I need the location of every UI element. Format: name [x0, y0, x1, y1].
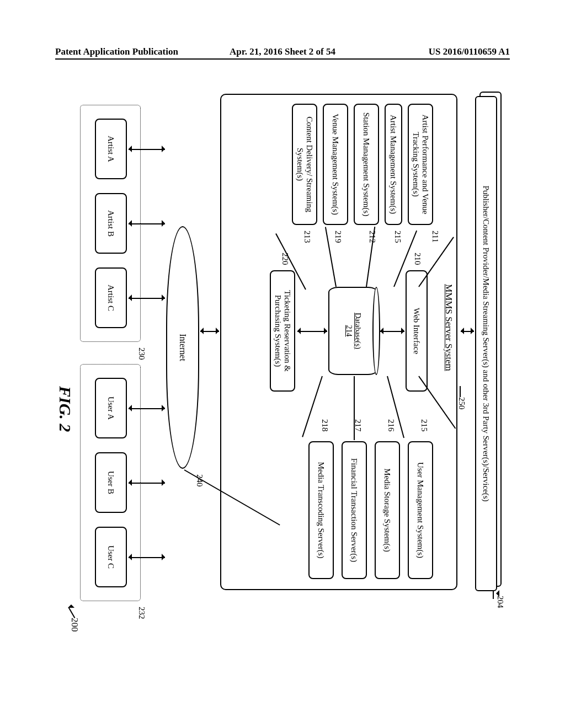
ref-219: 219 — [333, 231, 343, 243]
media-transcode-text: Media Transcoding Server(s) — [317, 462, 326, 559]
artist-b-box: Artist B — [95, 193, 127, 254]
fin-trans-text: Financial Transaction Server(s) — [350, 458, 359, 562]
ref-215: 215 — [419, 419, 429, 432]
artist-c-box: Artist C — [95, 267, 127, 328]
user-b-text: User B — [106, 471, 116, 494]
database-ref: 214 — [344, 288, 353, 374]
mmms-title: MMMS Server System — [443, 284, 454, 371]
artist-b-text: Artist B — [106, 210, 116, 237]
fan-r3 — [354, 376, 355, 440]
artist-c-text: Artist C — [106, 285, 116, 311]
ref-232: 232 — [137, 607, 146, 619]
leader-200-arrow — [68, 601, 74, 608]
internet-cloud: Internet — [166, 226, 199, 469]
fin-trans-box: Financial Transaction Server(s) — [342, 441, 367, 579]
conn-aC — [129, 298, 165, 299]
artist-a-text: Artist A — [106, 136, 116, 162]
ref-218: 218 — [320, 419, 329, 432]
conn-uA-up — [162, 405, 168, 411]
conn-aC-dn — [125, 295, 132, 301]
ref-200: 200 — [69, 618, 80, 632]
conn-pub-mmms-up — [471, 328, 477, 334]
user-mgmt-text: User Management System(s) — [416, 462, 425, 558]
artist-mgmt-box: Artist Management System(s) — [385, 104, 402, 225]
ref-216: 216 — [386, 419, 396, 432]
publishers-box: Publisher/Content Provider/Media Streami… — [475, 96, 497, 591]
conn-uC-up — [162, 554, 168, 560]
database-cyl: Database(s) 214 — [328, 287, 378, 375]
artist-perf-box: Artist Performance and Venue Tracking Sy… — [408, 104, 433, 225]
conn-uB — [129, 483, 165, 484]
ref-230: 230 — [137, 347, 146, 360]
conn-db-tkt-dn — [294, 328, 301, 334]
media-transcode-box: Media Transcoding Server(s) — [308, 441, 334, 579]
leader-200 — [68, 607, 76, 618]
user-a-text: User A — [106, 397, 116, 420]
user-mgmt-box: User Management System(s) — [408, 441, 433, 579]
ticketing-box: Ticketing Reservation & Purchasing Syste… — [270, 270, 295, 392]
user-a-box: User A — [95, 378, 127, 438]
figure-caption: FIG. 2 — [56, 386, 74, 432]
user-c-box: User C — [95, 527, 127, 587]
station-mgmt-text: Station Management System(s) — [362, 113, 371, 216]
page-header: Patent Application Publication Apr. 21, … — [55, 45, 510, 60]
conn-web-db-dn — [377, 328, 383, 334]
ref-215b: 215 — [393, 231, 402, 243]
conn-db-tkt-up — [324, 328, 331, 334]
conn-aB-up — [162, 220, 168, 227]
web-interface-text: Web Interface — [412, 308, 422, 354]
conn-aA — [129, 149, 165, 150]
header-right: US 2016/0110659 A1 — [358, 46, 510, 57]
conn-mmms-net-up — [216, 328, 222, 334]
artist-mgmt-text: Artist Management System(s) — [389, 115, 398, 214]
conn-uC-dn — [125, 554, 132, 560]
header-left: Patent Application Publication — [55, 46, 207, 57]
user-c-text: User C — [106, 545, 116, 569]
content-delivery-box: Content Delivery/ Streaming System(s) — [292, 104, 317, 225]
conn-aB-dn — [125, 220, 132, 227]
user-b-box: User B — [95, 452, 127, 513]
figure-area: Publisher/Content Provider/Media Streami… — [58, 88, 505, 640]
conn-pub-mmms-down — [457, 328, 464, 334]
station-mgmt-box: Station Management System(s) — [354, 104, 379, 225]
conn-aC-up — [162, 295, 168, 301]
leader-250 — [460, 386, 461, 397]
ref-213: 213 — [302, 231, 312, 243]
media-storage-box: Media Storage System(s) — [375, 441, 400, 579]
venue-mgmt-text: Venue Management System(s) — [331, 114, 340, 215]
venue-mgmt-box: Venue Management System(s) — [323, 104, 348, 225]
conn-db-tkt — [297, 331, 327, 332]
ref-211: 211 — [430, 231, 440, 243]
conn-aA-up — [162, 146, 168, 152]
content-delivery-text: Content Delivery/ Streaming System(s) — [295, 109, 314, 220]
artist-perf-text: Artist Performance and Venue Tracking Sy… — [411, 109, 430, 220]
conn-web-db-up — [401, 328, 408, 334]
conn-uA-dn — [125, 405, 132, 411]
conn-uB-up — [162, 479, 168, 486]
artist-a-box: Artist A — [95, 119, 127, 179]
media-storage-text: Media Storage System(s) — [383, 468, 392, 552]
conn-uB-dn — [125, 479, 132, 486]
publishers-text: Publisher/Content Provider/Media Streami… — [482, 185, 491, 501]
conn-uA — [129, 408, 165, 409]
conn-uC — [129, 557, 165, 558]
database-text: Database(s) — [353, 288, 362, 374]
ref-204: 204 — [495, 596, 505, 608]
ref-210: 210 — [413, 253, 422, 265]
ref-250: 250 — [457, 397, 466, 410]
ticketing-text: Ticketing Reservation & Purchasing Syste… — [273, 276, 292, 386]
header-center: Apr. 21, 2016 Sheet 2 of 54 — [207, 46, 359, 57]
leader-204-arrow — [493, 590, 499, 597]
conn-aA-dn — [125, 146, 132, 152]
conn-aB — [129, 223, 165, 224]
internet-text: Internet — [178, 334, 188, 361]
web-interface-box: Web Interface — [406, 270, 428, 392]
